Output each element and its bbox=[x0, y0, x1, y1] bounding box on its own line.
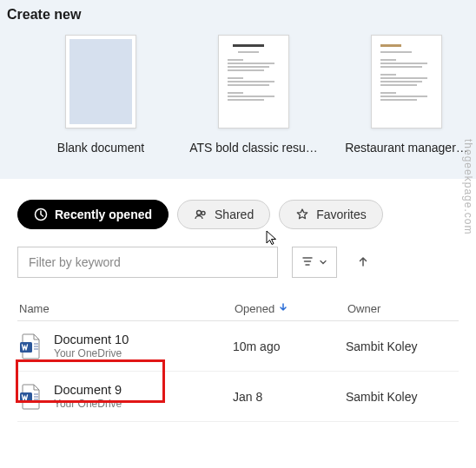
tab-label: Recently opened bbox=[55, 208, 152, 221]
document-location: Your OneDrive bbox=[54, 398, 122, 410]
table-header: Name Opened Owner bbox=[17, 297, 459, 321]
table-row[interactable]: Document 9 Your OneDrive Jan 8 Sambit Ko… bbox=[17, 372, 459, 422]
filter-input[interactable] bbox=[29, 255, 267, 269]
filter-lines-icon bbox=[301, 255, 314, 270]
table-row[interactable]: Document 10 Your OneDrive 10m ago Sambit… bbox=[17, 321, 459, 372]
document-location: Your OneDrive bbox=[54, 347, 129, 359]
svg-point-2 bbox=[202, 212, 205, 215]
create-new-section: Create new Blank document bbox=[0, 0, 476, 179]
column-name[interactable]: Name bbox=[17, 302, 233, 315]
column-opened[interactable]: Opened bbox=[233, 302, 346, 315]
arrow-up-icon bbox=[356, 254, 370, 271]
svg-rect-3 bbox=[20, 342, 32, 353]
document-meta: Document 10 Your OneDrive bbox=[54, 333, 129, 359]
template-label: ATS bold classic resu… bbox=[189, 141, 318, 155]
filter-input-wrapper[interactable] bbox=[17, 247, 278, 278]
owner-cell: Sambit Koley bbox=[346, 339, 459, 353]
document-name: Document 9 bbox=[54, 383, 122, 397]
tab-shared[interactable]: Shared bbox=[177, 200, 270, 229]
sort-desc-icon bbox=[278, 302, 288, 315]
watermark-text: thegeekpage.com bbox=[462, 139, 474, 234]
people-icon bbox=[194, 208, 208, 221]
template-ats-resume[interactable]: ATS bold classic resu… bbox=[193, 35, 314, 155]
tab-recently-opened[interactable]: Recently opened bbox=[17, 200, 169, 229]
svg-rect-4 bbox=[20, 392, 32, 403]
name-cell: Document 10 Your OneDrive bbox=[17, 333, 233, 359]
word-document-icon bbox=[19, 333, 42, 359]
template-label: Restaurant manager… bbox=[345, 141, 468, 155]
template-thumbnail bbox=[65, 35, 136, 129]
name-cell: Document 9 Your OneDrive bbox=[17, 383, 233, 410]
document-meta: Document 9 Your OneDrive bbox=[54, 383, 122, 410]
svg-point-1 bbox=[197, 211, 202, 215]
owner-cell: Sambit Koley bbox=[346, 390, 459, 404]
word-document-icon bbox=[19, 384, 42, 410]
template-gallery: Blank document ATS bold classi bbox=[5, 35, 471, 155]
tab-label: Favorites bbox=[316, 208, 367, 221]
template-blank-document[interactable]: Blank document bbox=[40, 35, 162, 155]
upload-button[interactable] bbox=[351, 247, 375, 278]
template-label: Blank document bbox=[57, 141, 144, 155]
filter-sort-button[interactable] bbox=[292, 247, 337, 278]
column-owner[interactable]: Owner bbox=[346, 302, 459, 315]
create-new-title: Create new bbox=[5, 7, 471, 35]
template-thumbnail bbox=[218, 35, 289, 129]
star-icon bbox=[295, 208, 309, 221]
tab-favorites[interactable]: Favorites bbox=[279, 200, 383, 229]
tabs-row: Recently opened Shared Favorites bbox=[17, 200, 459, 229]
clock-icon bbox=[34, 208, 48, 221]
document-name: Document 10 bbox=[54, 333, 129, 346]
template-thumbnail bbox=[371, 35, 442, 129]
content-area: Recently opened Shared Favorites bbox=[0, 179, 476, 422]
template-restaurant-manager[interactable]: Restaurant manager… bbox=[346, 35, 467, 155]
filter-row bbox=[17, 247, 459, 278]
opened-cell: Jan 8 bbox=[233, 390, 346, 404]
opened-cell: 10m ago bbox=[233, 339, 346, 353]
tab-label: Shared bbox=[215, 208, 254, 221]
chevron-down-icon bbox=[319, 255, 327, 269]
